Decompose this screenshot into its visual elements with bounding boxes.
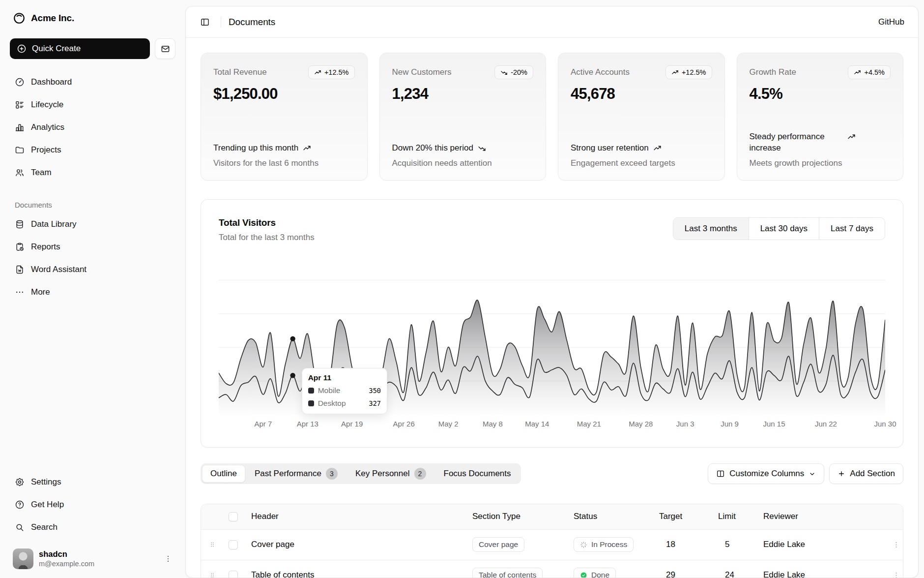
reviewer-value[interactable]: Eddie Lake xyxy=(763,540,805,549)
brand[interactable]: Acme Inc. xyxy=(10,8,175,29)
x-tick-label: May 28 xyxy=(629,420,653,428)
badge-value: +12.5% xyxy=(682,68,706,76)
customize-columns-button[interactable]: Customize Columns xyxy=(708,463,824,484)
list-details-icon xyxy=(15,100,25,110)
drag-handle[interactable] xyxy=(207,569,218,578)
x-tick-label: Apr 19 xyxy=(341,420,363,428)
row-menu-button[interactable] xyxy=(890,539,902,551)
stat-value: 45,678 xyxy=(571,85,712,103)
dots-vertical-icon xyxy=(164,554,173,563)
row-menu-button[interactable] xyxy=(890,569,902,578)
limit-value[interactable]: 5 xyxy=(725,540,729,549)
row-header-link[interactable]: Table of contents xyxy=(251,570,315,578)
chart-tooltip: Apr 11 Mobile 350 Desktop 327 xyxy=(302,368,387,414)
sidebar-documents-nav: Data Library Reports Word Assistant More xyxy=(10,213,175,304)
sections-table: Header Section Type Status Target Limit … xyxy=(201,504,903,578)
chart-subtitle: Total for the last 3 months xyxy=(219,233,315,243)
row-header-link[interactable]: Cover page xyxy=(251,540,294,549)
dots-icon xyxy=(15,287,25,297)
tab-label: Past Performance xyxy=(255,469,321,479)
sidebar-item-label: Projects xyxy=(31,145,61,155)
sidebar-item-label: Lifecycle xyxy=(31,100,63,110)
sidebar-item-dashboard[interactable]: Dashboard xyxy=(10,71,175,93)
stat-footer-sub: Meets growth projections xyxy=(750,158,891,168)
add-section-button[interactable]: Add Section xyxy=(829,463,903,484)
quick-create-button[interactable]: Quick Create xyxy=(10,38,150,59)
sidebar-item-search[interactable]: Search xyxy=(10,516,175,539)
range-last-7-days[interactable]: Last 7 days xyxy=(819,218,885,240)
target-value[interactable]: 18 xyxy=(666,540,675,549)
stat-cards: Total Revenue +12.5% $1,250.00 Trending … xyxy=(201,53,903,181)
dots-vertical-icon xyxy=(892,571,900,578)
sidebar-footer-nav: Settings Get Help Search xyxy=(10,471,175,539)
content: Total Revenue +12.5% $1,250.00 Trending … xyxy=(186,38,918,578)
toolbar-actions: Customize Columns Add Section xyxy=(708,463,903,484)
area-chart[interactable]: Apr 7Apr 13Apr 19Apr 26May 2May 8May 14M… xyxy=(219,274,885,430)
help-circle-icon xyxy=(15,500,25,510)
sidebar-item-more[interactable]: More xyxy=(10,281,175,304)
header-divider xyxy=(221,17,221,28)
sidebar-toggle-button[interactable] xyxy=(197,14,213,30)
range-last-3-months[interactable]: Last 3 months xyxy=(673,218,749,240)
table-row: Table of contents Table of contents Done… xyxy=(201,560,903,578)
chevron-down-icon xyxy=(808,470,816,478)
sidebar-item-label: Dashboard xyxy=(31,77,72,87)
sidebar-item-word-assistant[interactable]: Word Assistant xyxy=(10,258,175,281)
user-menu[interactable]: shadcn m@example.com xyxy=(10,546,175,571)
brand-name: Acme Inc. xyxy=(31,13,74,24)
limit-value[interactable]: 24 xyxy=(725,570,734,578)
select-row-checkbox[interactable] xyxy=(229,571,238,578)
badge-value: +12.5% xyxy=(324,68,349,76)
sidebar-item-data-library[interactable]: Data Library xyxy=(10,213,175,236)
x-tick-label: Jun 9 xyxy=(721,420,739,428)
chart-heading: Total Visitors Total for the last 3 mont… xyxy=(219,217,315,243)
report-icon xyxy=(15,242,25,252)
sidebar-item-lifecycle[interactable]: Lifecycle xyxy=(10,93,175,116)
sidebar-item-label: Data Library xyxy=(31,219,77,229)
acme-logo-icon xyxy=(13,12,26,25)
tab-focus-documents[interactable]: Focus Documents xyxy=(435,465,520,483)
stat-footer-sub: Visitors for the last 6 months xyxy=(213,158,355,168)
tab-key-personnel[interactable]: Key Personnel 2 xyxy=(347,465,434,483)
select-all-checkbox[interactable] xyxy=(229,512,238,521)
x-tick-label: Jun 22 xyxy=(815,420,837,428)
view-tabs: Outline Past Performance 3 Key Personnel… xyxy=(201,463,521,484)
tab-count-badge: 2 xyxy=(414,468,426,480)
sidebar-item-team[interactable]: Team xyxy=(10,161,175,184)
range-last-30-days[interactable]: Last 30 days xyxy=(749,218,819,240)
badge-value: -20% xyxy=(511,68,527,76)
x-tick-label: May 21 xyxy=(577,420,601,428)
grip-vertical-icon xyxy=(209,571,216,578)
sidebar-item-get-help[interactable]: Get Help xyxy=(10,493,175,516)
tooltip-row-desktop: Desktop 327 xyxy=(308,399,381,408)
column-header: Header xyxy=(245,504,466,529)
sidebar-item-analytics[interactable]: Analytics xyxy=(10,116,175,139)
tab-past-performance[interactable]: Past Performance 3 xyxy=(246,465,346,483)
target-value[interactable]: 29 xyxy=(666,570,675,578)
series-value: 350 xyxy=(369,387,380,395)
sidebar-item-label: Get Help xyxy=(31,500,64,510)
tab-outline[interactable]: Outline xyxy=(202,465,245,483)
sidebar-item-projects[interactable]: Projects xyxy=(10,139,175,161)
status-label: In Process xyxy=(591,540,627,549)
sidebar-item-settings[interactable]: Settings xyxy=(10,471,175,493)
user-name: shadcn xyxy=(39,550,94,558)
column-header: Section Type xyxy=(466,504,568,529)
sidebar-item-reports[interactable]: Reports xyxy=(10,236,175,258)
tab-count-badge: 3 xyxy=(326,468,338,480)
trending-up-icon xyxy=(847,133,856,141)
reviewer-value[interactable]: Eddie Lake xyxy=(763,570,805,578)
inbox-button[interactable] xyxy=(155,38,175,59)
github-link[interactable]: GitHub xyxy=(878,17,904,27)
stat-footer-title: Trending up this month xyxy=(213,143,298,154)
sidebar-item-label: Reports xyxy=(31,242,60,252)
select-row-checkbox[interactable] xyxy=(229,540,238,549)
column-header: Limit xyxy=(712,504,757,529)
drag-handle[interactable] xyxy=(207,539,218,550)
chart-title: Total Visitors xyxy=(219,217,315,228)
status-label: Done xyxy=(591,571,609,578)
table-header-row: Header Section Type Status Target Limit … xyxy=(201,504,903,529)
gear-icon xyxy=(15,477,25,487)
x-tick-label: Apr 7 xyxy=(254,420,272,428)
trend-badge: +12.5% xyxy=(665,65,712,79)
